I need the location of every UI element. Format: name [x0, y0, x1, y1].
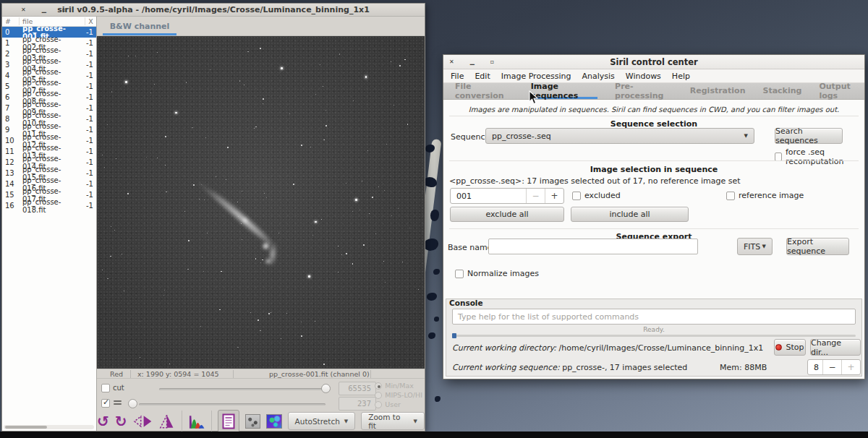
star — [281, 338, 281, 339]
search-sequences-button[interactable]: Search sequences — [775, 128, 843, 144]
high-level-value[interactable]: 65535 — [339, 382, 376, 395]
star — [122, 254, 122, 254]
image-number-value[interactable]: 001 — [451, 189, 526, 203]
color-preview-thumbnail[interactable] — [266, 414, 281, 429]
excluded-checkbox[interactable] — [572, 192, 581, 200]
mode-label: User — [385, 400, 401, 408]
low-slider-track[interactable] — [139, 403, 326, 405]
menu-edit[interactable]: Edit — [475, 72, 490, 81]
progress-status: Ready. — [446, 326, 861, 333]
star — [244, 85, 244, 85]
export-sequence-button[interactable]: Export sequence — [786, 238, 849, 255]
zoom-dropdown[interactable]: Zoom to fit ▼ — [361, 412, 425, 430]
histogram-icon[interactable] — [188, 413, 205, 429]
image-pane: B&W channel Red x: 1990 y: 0594 = 1045 p… — [97, 17, 425, 431]
image-number-spinner[interactable]: 001 − + — [450, 188, 564, 204]
star — [165, 136, 166, 137]
tab-output-logs[interactable]: Output logs — [819, 83, 864, 99]
row-index: 15 — [2, 191, 20, 199]
menu-windows[interactable]: Windows — [626, 72, 661, 81]
chevron-down-icon: ▼ — [762, 244, 766, 249]
rotate-cw-icon[interactable]: ↻ — [115, 414, 127, 429]
menu-file[interactable]: File — [451, 72, 464, 81]
working-sequence-line: Current working sequence: pp_crosse-, 17… — [452, 363, 687, 372]
low-slider-knob[interactable] — [128, 399, 137, 408]
link-checkbox[interactable] — [101, 399, 110, 408]
scrollbar-thumb[interactable] — [5, 426, 47, 429]
tab-pre-processing[interactable]: Pre-processing — [615, 83, 673, 99]
flip-vertical-icon[interactable] — [158, 413, 176, 429]
column-index[interactable]: # — [2, 17, 20, 25]
menu-image-processing[interactable]: Image Processing — [501, 72, 571, 81]
threads-decrement-button[interactable]: − — [822, 360, 841, 374]
menu-help[interactable]: Help — [672, 72, 690, 81]
mode-radio-mips-lo-hi[interactable] — [375, 392, 382, 399]
mode-radio-user[interactable] — [375, 401, 382, 408]
scaling-mode-group: Min/MaxMIPS-LO/HIUser — [375, 381, 422, 409]
flip-horizontal-icon[interactable] — [133, 413, 152, 429]
control-titlebar[interactable]: ✕ ▁ ▫ Siril control center — [443, 55, 864, 69]
tab-registration[interactable]: Registration — [690, 83, 746, 99]
row-index: 8 — [2, 115, 20, 123]
force-recomputation-row: force .seq recomputation — [775, 147, 864, 166]
high-slider-track[interactable] — [159, 388, 326, 390]
autostretch-dropdown[interactable]: AutoStretch ▼ — [288, 412, 356, 430]
star — [169, 364, 170, 364]
sequence-dropdown[interactable]: pp_crosse-.seq ▼ — [485, 128, 754, 144]
document-icon — [222, 413, 235, 429]
spinner-decrement-button[interactable]: − — [526, 189, 545, 203]
stop-button[interactable]: Stop — [774, 339, 806, 356]
spinner-increment-button[interactable]: + — [545, 189, 563, 203]
normalize-images-checkbox[interactable] — [455, 270, 464, 278]
star — [308, 275, 310, 278]
column-x[interactable]: X — [85, 17, 96, 25]
row-x: -1 — [82, 72, 96, 80]
threads-value[interactable]: 8 — [808, 360, 822, 374]
mode-radio-min-max[interactable] — [375, 382, 382, 390]
cut-checkbox[interactable] — [101, 384, 110, 392]
command-input[interactable]: Type help for the list of supported comm… — [452, 309, 856, 325]
low-level-value[interactable]: 237 — [339, 397, 376, 411]
file-row[interactable]: 16pp_crosse-018.fit-1 — [2, 200, 96, 211]
high-slider-knob[interactable] — [321, 384, 331, 393]
row-x: -1 — [82, 82, 96, 90]
excluded-row: excluded — [572, 191, 621, 200]
sequences-note: Images are manipulated in sequences. Sir… — [443, 106, 864, 113]
star — [301, 322, 302, 322]
row-index: 4 — [2, 72, 20, 80]
include-all-button[interactable]: include all — [571, 207, 689, 222]
rotate-ccw-icon[interactable]: ↺ — [97, 414, 109, 429]
star — [242, 239, 242, 240]
base-name-input[interactable] — [488, 239, 698, 254]
exclude-all-button[interactable]: exclude all — [450, 207, 564, 222]
star — [398, 208, 399, 209]
astronomy-image[interactable] — [97, 36, 425, 369]
star — [188, 240, 190, 241]
tab-stacking[interactable]: Stacking — [762, 83, 801, 99]
row-x: -1 — [82, 158, 96, 166]
horizontal-scrollbar[interactable] — [4, 425, 94, 429]
progress-bar — [452, 335, 856, 337]
change-dir-button[interactable]: Change dir... — [810, 339, 861, 356]
display-mode-button[interactable] — [218, 410, 239, 433]
star — [166, 192, 166, 192]
main-titlebar[interactable]: ✕ ▁ ▫ siril v0.9.5-alpha - /home/cyril/I… — [2, 4, 425, 17]
grayscale-preview-thumbnail[interactable] — [245, 414, 260, 429]
star — [157, 52, 158, 53]
reference-image-checkbox[interactable] — [726, 192, 735, 200]
threads-spinner[interactable]: 8 − + — [807, 359, 861, 375]
cwd-path: /home/cyril/Images/Crosse/Luminance_binn… — [559, 343, 764, 353]
star — [204, 199, 205, 200]
tab-file-conversion[interactable]: File conversion — [455, 83, 514, 99]
tab-image-sequences[interactable]: Image sequences — [531, 83, 597, 99]
levels-panel: cut 65535 237 Min/MaxMIPS-LO/HIUser — [97, 380, 425, 411]
threads-increment-button[interactable]: + — [841, 360, 860, 374]
chevron-down-icon: ▼ — [744, 133, 748, 139]
star — [326, 110, 326, 111]
levels-icon — [114, 400, 122, 406]
export-format-dropdown[interactable]: FITS ▼ — [737, 238, 773, 255]
star — [116, 158, 116, 159]
menu-analysis[interactable]: Analysis — [582, 72, 614, 81]
cwd-line: Current working directory: /home/cyril/I… — [452, 343, 763, 353]
cut-label: cut — [113, 384, 124, 392]
